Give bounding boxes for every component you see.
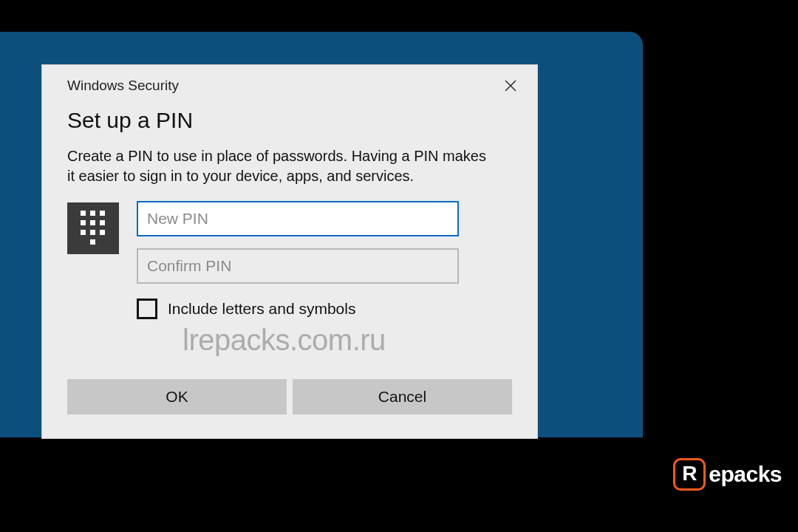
titlebar: Windows Security <box>42 65 537 103</box>
watermark-text: lrepacks.com.ru <box>183 324 386 357</box>
confirm-pin-input[interactable] <box>137 248 459 284</box>
include-symbols-label: Include letters and symbols <box>168 300 355 318</box>
dialog-description: Create a PIN to use in place of password… <box>42 146 537 201</box>
brand-logo: R epacks <box>673 458 782 491</box>
security-dialog: Windows Security Set up a PIN Create a P… <box>41 64 538 439</box>
pin-form <box>42 201 537 284</box>
dialog-heading: Set up a PIN <box>42 103 537 146</box>
close-icon <box>505 80 516 92</box>
ok-button[interactable]: OK <box>67 379 287 415</box>
new-pin-input[interactable] <box>137 201 459 236</box>
brand-icon-letter: R <box>682 463 697 484</box>
keypad-icon <box>67 202 119 254</box>
window-title: Windows Security <box>67 78 179 94</box>
brand-text: epacks <box>709 462 782 487</box>
close-button[interactable] <box>497 74 524 98</box>
brand-icon: R <box>673 458 706 491</box>
include-symbols-row: Include letters and symbols <box>42 284 537 319</box>
dialog-buttons: OK Cancel <box>67 379 512 415</box>
include-symbols-checkbox[interactable] <box>137 299 157 319</box>
cancel-button[interactable]: Cancel <box>293 379 512 415</box>
